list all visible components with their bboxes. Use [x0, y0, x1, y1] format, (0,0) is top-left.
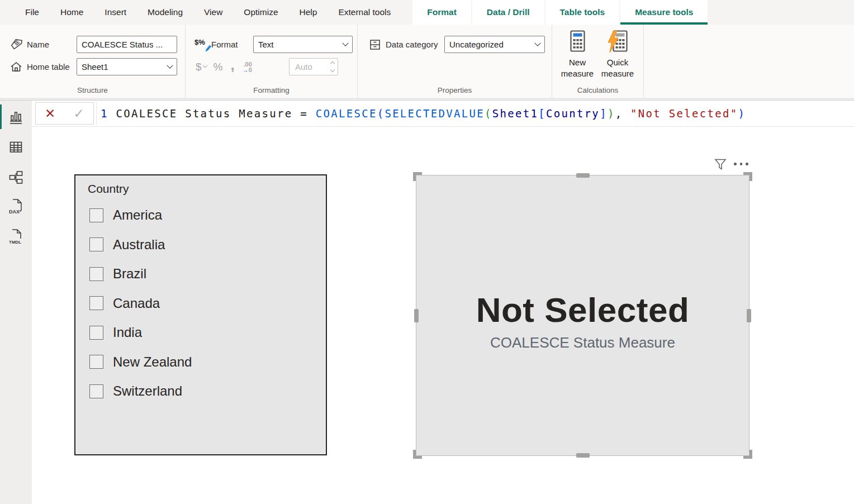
sidebar-item-model-view[interactable] [0, 162, 32, 192]
group-caption-properties: Properties [358, 86, 552, 94]
thousands-separator-button[interactable]: , [230, 62, 234, 68]
ribbon-group-structure: Name COALESCE Status ... Home table Shee… [0, 25, 186, 98]
menu-item-external-tools[interactable]: External tools [328, 0, 401, 25]
tab-format[interactable]: Format [412, 0, 471, 25]
slicer-item-label: Australia [113, 237, 165, 253]
quick-measure-button[interactable]: Quick measure [598, 30, 637, 79]
menu-item-view[interactable]: View [193, 0, 233, 25]
ribbon-group-properties: Data category Uncategorized Properties [358, 25, 552, 98]
measure-name-input[interactable]: COALESCE Status ... [77, 36, 177, 53]
dax-token: ) [608, 107, 615, 120]
sidebar-item-report-view[interactable] [0, 102, 32, 132]
view-sidebar: DAX TMDL [0, 101, 32, 504]
stepper-icon[interactable] [331, 62, 334, 72]
checkbox[interactable] [89, 267, 103, 281]
filter-icon[interactable] [714, 158, 727, 170]
resize-handle-left[interactable] [414, 309, 419, 322]
slicer-item-label: Switzerland [113, 383, 182, 399]
percent-format-button[interactable]: % [214, 61, 223, 73]
resize-handle-bottom[interactable] [576, 453, 590, 458]
slicer-item-label: Brazil [113, 266, 146, 282]
resize-handle-right[interactable] [747, 309, 751, 322]
resize-handle-top-left[interactable] [413, 172, 422, 181]
quick-measure-label: Quick measure [598, 57, 637, 79]
resize-handle-top[interactable] [576, 173, 590, 178]
dax-token: Country [546, 107, 600, 120]
report-canvas[interactable]: Country AmericaAustraliaBrazilCanadaIndi… [32, 127, 854, 504]
checkbox[interactable] [89, 296, 103, 310]
resize-handle-bottom-left[interactable] [413, 450, 422, 459]
sidebar-item-tmdl-view[interactable]: TMDL [0, 222, 32, 253]
format-select[interactable]: Text [253, 36, 353, 53]
format-label: Format [211, 40, 238, 49]
tag-icon [9, 38, 23, 51]
new-measure-icon [566, 46, 589, 55]
slicer-item-label: America [113, 207, 162, 223]
resize-handle-bottom-right[interactable] [743, 450, 752, 459]
data-category-label: Data category [386, 40, 438, 49]
more-options-icon[interactable] [734, 163, 748, 165]
menu-item-home[interactable]: Home [50, 0, 94, 25]
sidebar-item-dax-query-view[interactable]: DAX [0, 192, 32, 222]
name-label: Name [27, 40, 49, 49]
home-table-select[interactable]: Sheet1 [77, 58, 177, 75]
menu-item-optimize[interactable]: Optimize [233, 0, 288, 25]
chevron-down-icon [534, 40, 540, 46]
contextual-tabs: FormatData / DrillTable toolsMeasure too… [411, 0, 708, 25]
tab-data-drill[interactable]: Data / Drill [472, 0, 544, 25]
table-view-icon [8, 140, 23, 155]
cancel-formula-icon[interactable]: ✕ [45, 107, 55, 120]
dax-formula-editor[interactable]: 1 COALESCE Status Measure = COALESCE(SEL… [96, 102, 854, 125]
ribbon-group-formatting: $% Format Text $ % , .00→0 Auto [186, 25, 358, 98]
currency-format-button[interactable]: $ [196, 61, 202, 73]
checkbox[interactable] [89, 237, 103, 251]
decimal-places-input[interactable]: Auto [289, 58, 338, 75]
dax-token: "Not Selected" [630, 107, 738, 120]
format-value: Text [258, 40, 274, 49]
slicer-item-switzerland[interactable]: Switzerland [89, 377, 321, 406]
decimal-places-icon[interactable]: .00→0 [243, 61, 252, 73]
menu-item-insert[interactable]: Insert [94, 0, 137, 25]
slicer-item-canada[interactable]: Canada [89, 289, 321, 318]
slicer-item-brazil[interactable]: Brazil [89, 259, 321, 289]
sidebar-item-table-view[interactable] [0, 132, 32, 162]
slicer-item-new-zealand[interactable]: New Zealand [89, 348, 321, 377]
tab-measure-tools[interactable]: Measure tools [620, 0, 708, 25]
data-category-icon [368, 39, 382, 51]
card-visual-selection: Not Selected COALESCE Status Measure [412, 171, 753, 460]
tmdl-icon-label: TMDL [9, 240, 21, 245]
tab-table-tools[interactable]: Table tools [545, 0, 620, 25]
menu-item-help[interactable]: Help [289, 0, 328, 25]
new-measure-button[interactable]: New measure [558, 30, 597, 79]
menu-item-file[interactable]: File [15, 0, 50, 25]
model-view-icon [8, 170, 23, 185]
slicer-item-india[interactable]: India [89, 318, 321, 348]
menu-item-modeling[interactable]: Modeling [137, 0, 193, 25]
checkbox[interactable] [89, 355, 103, 369]
home-icon [9, 60, 23, 74]
checkbox[interactable] [89, 326, 103, 340]
ribbon: Name COALESCE Status ... Home table Shee… [0, 25, 854, 98]
data-category-select[interactable]: Uncategorized [444, 36, 545, 53]
tmdl-view-icon: TMDL [8, 229, 25, 246]
country-slicer[interactable]: Country AmericaAustraliaBrazilCanadaIndi… [74, 174, 327, 455]
dax-token: SELECTEDVALUE [385, 107, 485, 120]
checkbox[interactable] [89, 384, 103, 398]
chevron-down-icon [342, 40, 348, 46]
ribbon-group-calculations: New measure Quick measure [552, 25, 644, 98]
home-table-label: Home table [27, 62, 70, 72]
card-value: Not Selected [476, 288, 690, 332]
slicer-item-label: New Zealand [113, 354, 192, 370]
dax-token: ( [377, 107, 385, 120]
commit-formula-icon[interactable]: ✓ [74, 107, 84, 120]
slicer-title: Country [88, 182, 129, 196]
slicer-item-australia[interactable]: Australia [89, 230, 321, 260]
group-caption-calculations: Calculations [552, 86, 643, 94]
slicer-item-america[interactable]: America [89, 201, 321, 230]
coalesce-status-card[interactable]: Not Selected COALESCE Status Measure [416, 175, 749, 455]
formula-bar: ✕ ✓ 1 COALESCE Status Measure = COALESCE… [32, 101, 854, 127]
dax-token: 1 [101, 107, 108, 120]
checkbox[interactable] [89, 208, 103, 222]
resize-handle-top-right[interactable] [743, 172, 752, 181]
menu-bar: FileHomeInsertModelingViewOptimizeHelpEx… [0, 0, 854, 25]
